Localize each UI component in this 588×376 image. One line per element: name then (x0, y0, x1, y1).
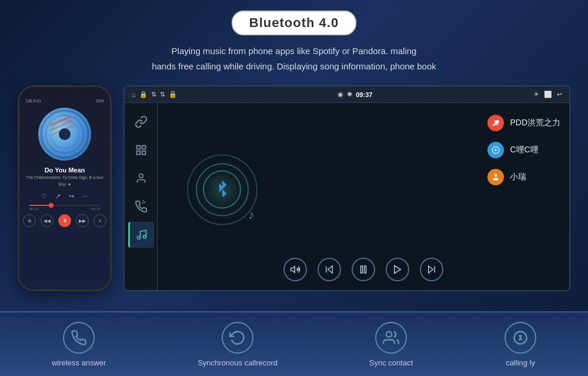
player-controls (158, 258, 569, 281)
middle-section: 130 9:01 30% Do You Mean (0, 74, 588, 311)
sidebar-item-grid[interactable] (128, 137, 154, 163)
car-content-area: ♪ PDD洪荒之力 (158, 103, 569, 290)
phone-share2-icon: ↪ (69, 192, 74, 200)
svg-point-14 (495, 149, 497, 151)
svg-marker-22 (395, 265, 401, 274)
car-display: ⌂ 🔒 ⇅ ⇅ 🔒 ◉ ✱ 09:37 ☀ ⬜ ↩ (123, 85, 570, 291)
phone-share-icon: ↗ (55, 192, 61, 200)
svg-line-5 (52, 125, 74, 135)
car-pause-btn[interactable] (352, 258, 375, 281)
sidebar-item-user[interactable] (128, 165, 154, 191)
sidebar-item-music[interactable] (128, 222, 154, 248)
svg-point-25 (386, 331, 392, 337)
phone-progress-fill (29, 205, 51, 206)
sync-contact-icon (375, 322, 407, 354)
bt-visual-container: ♪ (187, 155, 258, 231)
feature-wireless-answer: wireless answer (52, 322, 106, 367)
car-lock-icon: 🔒 (139, 91, 148, 98)
car-lock2-icon: 🔒 (169, 91, 177, 98)
contact-item-2[interactable]: C哩C哩 (487, 142, 560, 158)
calling-icon (505, 322, 536, 354)
contact-item-1[interactable]: PDD洪荒之力 (487, 115, 560, 131)
phone-album-art (38, 108, 91, 161)
wireless-answer-label: wireless answer (52, 358, 106, 367)
phone-artist: The Chainsmokers, Ty Dolla Sign, B a lou… (26, 175, 103, 179)
phone-times: 00:14 03:14 (29, 207, 101, 211)
svg-point-1 (46, 115, 83, 153)
car-screen-icon: ⬜ (544, 91, 552, 98)
car-gps-icon: ◉ (338, 91, 343, 98)
phone-more-icon: ··· (82, 192, 88, 200)
svg-point-11 (138, 237, 141, 239)
car-time: 09:37 (356, 91, 372, 98)
car-status-left: ⌂ 🔒 ⇅ ⇅ 🔒 (132, 91, 177, 98)
phone-shuffle-btn[interactable]: ⊗ (23, 214, 36, 227)
phone-progress-bar[interactable] (29, 205, 101, 206)
phone-play-btn[interactable]: ⏸ (58, 214, 71, 227)
bluetooth-icon (213, 179, 231, 201)
car-bluetooth-icon: ✱ (347, 91, 352, 98)
car-volume-btn[interactable] (283, 258, 307, 281)
wireless-answer-icon (63, 322, 95, 354)
car-transfer2-icon: ⇅ (160, 91, 165, 98)
svg-point-12 (143, 235, 146, 238)
feature-sync-contact: Sync contact (369, 322, 413, 367)
phone-status-bar: 130 9:01 30% (25, 99, 104, 103)
svg-marker-18 (328, 266, 333, 273)
contact-name-2: C哩C哩 (510, 145, 538, 155)
bt-visual: ♪ (187, 155, 258, 225)
svg-rect-9 (142, 151, 145, 155)
phone-menu-btn[interactable]: ≡ (93, 214, 106, 227)
svg-rect-6 (136, 146, 140, 149)
car-play-btn[interactable] (386, 258, 409, 281)
svg-line-3 (50, 117, 71, 125)
svg-point-10 (139, 174, 143, 178)
feature-calling: calling ly (505, 322, 536, 367)
bluetooth-badge: Bluetooth 4.0 (232, 11, 356, 35)
phone-next-btn[interactable]: ▶▶ (76, 214, 89, 227)
car-home-icon[interactable]: ⌂ (132, 91, 136, 98)
svg-rect-8 (136, 151, 140, 155)
contact-item-3[interactable]: 小瑞 (487, 169, 560, 185)
contact-icon-2 (487, 142, 504, 158)
svg-rect-21 (365, 266, 366, 273)
car-main-area: ♪ PDD洪荒之力 (125, 103, 569, 290)
contact-icon-3 (487, 169, 504, 185)
sync-contact-label: Sync contact (369, 358, 413, 367)
svg-rect-20 (361, 266, 363, 273)
car-prev-btn[interactable] (318, 258, 341, 281)
sync-call-icon (222, 322, 253, 354)
car-status-bar: ⌂ 🔒 ⇅ ⇅ 🔒 ◉ ✱ 09:37 ☀ ⬜ ↩ (125, 86, 569, 103)
phone-prev-btn[interactable]: ◀◀ (41, 214, 54, 227)
car-sidebar (125, 103, 158, 290)
svg-rect-7 (142, 146, 145, 149)
feature-sync-call: Synchronous callrecord (198, 322, 278, 367)
header-section: Bluetooth 4.0 Playing music from phone a… (0, 0, 588, 74)
sidebar-item-link[interactable] (128, 109, 154, 135)
calling-label: calling ly (506, 358, 535, 367)
svg-point-0 (41, 111, 88, 158)
svg-marker-23 (429, 266, 433, 273)
sidebar-item-phone[interactable] (128, 194, 154, 219)
contact-list: PDD洪荒之力 C哩C哩 (487, 115, 560, 185)
subtitle: Playing music from phone apps like Spoti… (152, 44, 436, 74)
phone-heart-icon: ♡ (41, 192, 47, 200)
contact-icon-1 (487, 115, 504, 131)
phone-action-buttons: ♡ ↗ ↪ ··· (41, 192, 88, 200)
bottom-features: wireless answer Synchronous callrecord (0, 311, 588, 376)
car-status-right: ☀ ⬜ ↩ (533, 91, 562, 98)
contact-name-1: PDD洪荒之力 (510, 118, 560, 128)
phone-controls: ⊗ ◀◀ ⏸ ▶▶ ≡ (23, 214, 106, 227)
car-back-icon[interactable]: ↩ (557, 91, 562, 98)
phone-mockup: 130 9:01 30% Do You Mean (18, 85, 112, 291)
car-status-center: ◉ ✱ 09:37 (338, 91, 372, 98)
music-note-icon: ♪ (248, 207, 255, 222)
car-next-btn[interactable] (420, 258, 443, 281)
car-transfer-icon: ⇅ (151, 91, 156, 98)
svg-marker-15 (291, 267, 295, 273)
sync-call-label: Synchronous callrecord (198, 358, 278, 367)
phone-song-title: Do You Mean (45, 167, 85, 174)
phone-rating: 评分 ▼ (58, 182, 72, 188)
contact-name-3: 小瑞 (510, 172, 526, 182)
car-brightness-icon[interactable]: ☀ (533, 91, 539, 98)
